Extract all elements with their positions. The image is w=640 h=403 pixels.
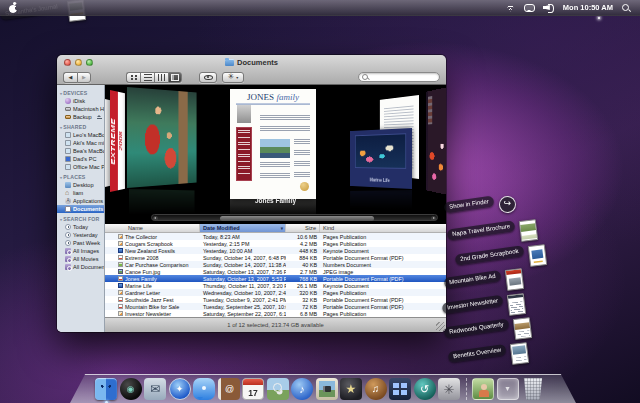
coverflow-view-button[interactable] (168, 72, 182, 83)
file-row-pdf[interactable]: Jones Family Saturday, October 13, 2007,… (105, 275, 446, 282)
cover-flow-scrollbar[interactable] (151, 214, 438, 221)
dock-item-trash[interactable] (521, 378, 545, 400)
file-size-cell: 32 KB (286, 297, 320, 303)
file-row-pdf[interactable]: Southside Jazz Fest Tuesday, October 9, … (105, 296, 446, 303)
cover-jones-family[interactable]: JONES family (230, 89, 316, 199)
quick-look-button[interactable] (199, 72, 217, 83)
scroll-right-icon[interactable] (431, 216, 436, 221)
apple-menu-icon[interactable] (9, 3, 18, 13)
sidebar-item-yesterday[interactable]: Yesterday (57, 231, 104, 239)
stack-item-napa-travel-brochure[interactable]: Napa Travel Brochure (447, 220, 537, 241)
sidebar-item-idisk[interactable]: iDisk (57, 97, 104, 105)
file-row-pages[interactable]: Cougars Scrapbook Yesterday, 2:15 PM 4.2… (105, 240, 446, 247)
column-header-name[interactable]: Name (105, 224, 200, 232)
search-input[interactable] (369, 74, 436, 80)
stack-item-thumbnail[interactable] (519, 219, 538, 242)
stack-item-2nd-grade-scrapbook[interactable]: 2nd Grade Scrapbook (455, 245, 546, 266)
icon-view-button[interactable] (126, 72, 140, 83)
sidebar-item-past-week[interactable]: Past Week (57, 239, 104, 247)
dock-item-mail[interactable]: ✉ (144, 378, 166, 400)
status-icon-ichat[interactable] (524, 4, 535, 12)
file-row-pdf[interactable]: Extreme 2008 Sunday, October 14, 2007, 6… (105, 254, 446, 261)
dock-item-stack-documents-open[interactable]: ▾ (497, 378, 519, 400)
dock-item-divider[interactable] (463, 378, 470, 400)
dock-item-finder[interactable] (95, 378, 117, 400)
stack-item-mountain-bike-ad[interactable]: Mountain Bike Ad (444, 269, 523, 290)
file-row-keynote[interactable]: Marine Life Thursday, October 11, 2007, … (105, 282, 446, 289)
file-icon (118, 283, 123, 289)
dock-item-stack-pictures[interactable] (472, 378, 494, 400)
dock-item-safari[interactable]: ✦ (169, 378, 191, 400)
sidebar-item-office-mac-pro[interactable]: Office Mac Pro (57, 163, 104, 171)
stack-item-redwoods-quarterly[interactable]: Redwoods Quarterly (444, 318, 531, 339)
dock-item-timemachine[interactable]: ↺ (414, 378, 436, 400)
sidebar-item-applications[interactable]: Applications (57, 197, 104, 205)
file-row-numbers[interactable]: Car Purchase Comparison Sunday, October … (105, 261, 446, 268)
dock-icon-glyph: 17 (243, 379, 263, 399)
scrollbar-thumb[interactable] (220, 216, 374, 221)
sidebar-item-backup[interactable]: Backup (57, 113, 104, 121)
sidebar-item-documents[interactable]: Documents (57, 205, 104, 213)
sidebar-item-aki-s-mac-mini[interactable]: Aki's Mac mini (57, 139, 104, 147)
sidebar-item-macintosh-hd[interactable]: Macintosh HD (57, 105, 104, 113)
sidebar-item-liam[interactable]: liam (57, 189, 104, 197)
status-icon-volume[interactable] (543, 3, 555, 12)
stack-item-show-in-finder[interactable]: Show in Finder (444, 196, 516, 213)
column-header-date-modified[interactable]: Date Modified (200, 224, 286, 232)
list-view-button[interactable] (140, 72, 154, 83)
cover-flowers-document[interactable] (426, 87, 446, 195)
eject-icon[interactable] (97, 115, 102, 120)
dock-item-ical[interactable]: 17 (242, 378, 264, 400)
status-icon-wifi[interactable] (505, 4, 516, 12)
sidebar-item-all-images[interactable]: All Images (57, 247, 104, 255)
file-row-pdf[interactable]: Mountain Bike for Sale Tuesday, Septembe… (105, 303, 446, 310)
cover-marine-life-slide[interactable]: Marine Life (350, 128, 412, 189)
dock-item-garageband[interactable]: ♫ (365, 378, 387, 400)
sidebar-item-leo-s-macbook[interactable]: Leo's MacBook (57, 131, 104, 139)
dock-item-spaces[interactable] (389, 378, 411, 400)
stack-item-thumbnail[interactable] (512, 317, 531, 340)
file-row-jpeg[interactable]: Canoe Fun.jpg Saturday, October 13, 2007… (105, 268, 446, 275)
forward-button[interactable]: ▶ (77, 72, 91, 83)
file-row-keynote[interactable]: New Zealand Fossils Yesterday, 10:00 AM … (105, 247, 446, 254)
stack-item-thumbnail[interactable] (499, 196, 516, 213)
stack-item-benefits-overview[interactable]: Benefits Overview (448, 343, 528, 364)
column-header-size[interactable]: Size (286, 224, 320, 232)
stack-item-thumbnail[interactable] (528, 244, 547, 267)
file-kind-cell: Pages Publication (320, 290, 446, 296)
dock-item-dashboard[interactable]: ◉ (120, 378, 142, 400)
title-bar[interactable]: Documents (57, 55, 446, 69)
dock-item-iphoto[interactable] (316, 378, 338, 400)
sidebar-item-icon (65, 107, 71, 111)
dock-icon-glyph (521, 378, 545, 400)
file-row-pages[interactable]: The Collector Today, 8:23 AM 10.6 MB Pag… (105, 233, 446, 240)
sidebar-item-all-documents[interactable]: All Documents (57, 263, 104, 271)
column-header-kind[interactable]: Kind (320, 224, 446, 232)
menu-bar-clock[interactable]: Mon 10:50 AM (563, 3, 613, 12)
dock-item-sysprefs[interactable]: ✳ (438, 378, 460, 400)
file-row-pages[interactable]: Gardner Letter Wednesday, October 10, 20… (105, 289, 446, 296)
sidebar-item-bea-s-macbook[interactable]: Bea's MacBook (57, 147, 104, 155)
dock-item-addressbook[interactable]: @ (218, 378, 240, 400)
stack-item-investor-newsletter[interactable]: Investor Newsletter (442, 294, 525, 315)
spotlight-icon[interactable] (621, 3, 631, 13)
file-row-pages[interactable]: Investor Newsletter Saturday, September … (105, 310, 446, 317)
cover-canoe-fun-photo[interactable] (127, 87, 197, 188)
dock-item-preview[interactable] (267, 378, 289, 400)
stack-item-thumbnail[interactable] (510, 342, 529, 365)
sidebar-item-dad-s-pc[interactable]: Dad's PC (57, 155, 104, 163)
back-button[interactable]: ◀ (63, 72, 77, 83)
dock-icon-glyph: @ (218, 378, 240, 400)
dock-item-ichat-app[interactable] (193, 378, 215, 400)
sidebar-item-today[interactable]: Today (57, 223, 104, 231)
dock-item-imovie[interactable]: ★ (340, 378, 362, 400)
dock-item-itunes[interactable]: ♪ (291, 378, 313, 400)
sidebar-item-all-movies[interactable]: All Movies (57, 255, 104, 263)
search-field[interactable] (358, 72, 440, 82)
stack-item-thumbnail[interactable] (504, 268, 523, 291)
stack-item-thumbnail[interactable] (507, 293, 526, 316)
cover-extreme-2008[interactable]: EXTREME 2008 (110, 90, 125, 192)
scroll-left-icon[interactable] (153, 216, 158, 221)
action-button[interactable]: ✳▾ (222, 72, 244, 83)
column-view-button[interactable] (154, 72, 168, 83)
